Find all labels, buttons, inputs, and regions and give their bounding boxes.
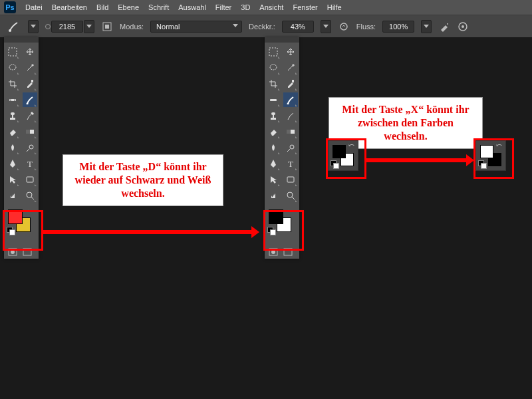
menu-bild[interactable]: Bild (96, 3, 108, 11)
svg-rect-38 (287, 177, 294, 182)
svg-point-8 (9, 65, 16, 70)
svg-point-39 (287, 192, 293, 198)
brush-preview-icon (45, 24, 51, 29)
gradient-tool[interactable] (23, 124, 37, 139)
svg-rect-21 (27, 177, 33, 182)
menu-hilfe[interactable]: Hilfe (327, 3, 342, 11)
eyedropper-tool[interactable] (23, 76, 37, 91)
svg-point-12 (14, 100, 15, 101)
healing-tool[interactable] (266, 92, 281, 107)
brush-size-value[interactable]: 2185 (51, 21, 83, 33)
svg-rect-26 (269, 48, 277, 56)
highlight-box (263, 210, 304, 251)
flow-label: Fluss: (356, 23, 376, 31)
menu-3d[interactable]: 3D (241, 3, 250, 11)
svg-rect-7 (9, 48, 17, 56)
stamp-tool[interactable] (5, 108, 20, 123)
menu-bar: Ps Datei Bearbeiten Bild Ebene Schrift A… (0, 0, 532, 15)
highlight-box (3, 210, 43, 251)
stamp-tool[interactable] (266, 108, 281, 123)
lasso-tool[interactable] (5, 61, 20, 75)
panel-grip[interactable] (4, 37, 39, 43)
opacity-dropdown[interactable] (321, 20, 331, 33)
gradient-tool[interactable] (283, 124, 298, 139)
menu-datei[interactable]: Datei (25, 3, 43, 11)
pressure-size-icon[interactable] (457, 21, 469, 33)
svg-rect-18 (26, 130, 30, 134)
blur-tool[interactable] (5, 140, 20, 155)
crop-tool[interactable] (266, 76, 281, 91)
flow-dropdown[interactable] (421, 20, 432, 33)
options-bar: 2185 Modus: Normal Deckkr.: 43% Fluss: 1… (0, 15, 532, 39)
svg-rect-9 (31, 80, 33, 82)
eraser-tool[interactable] (266, 124, 281, 139)
svg-rect-2 (105, 25, 109, 29)
svg-point-36 (290, 145, 294, 149)
highlight-box (326, 138, 366, 179)
shape-tool[interactable] (283, 172, 298, 187)
brush-tool[interactable] (23, 92, 37, 107)
magic-wand-tool[interactable] (23, 61, 37, 75)
path-select-tool[interactable] (5, 172, 20, 187)
brush-tool-icon[interactable] (7, 19, 21, 34)
menu-auswahl[interactable]: Auswahl (178, 3, 206, 11)
arrow-d (41, 230, 251, 234)
type-tool[interactable]: T (283, 156, 298, 171)
brush-panel-toggle-icon[interactable] (101, 21, 113, 33)
hand-tool[interactable] (5, 188, 20, 203)
brush-tool[interactable] (283, 92, 298, 107)
menu-schrift[interactable]: Schrift (148, 3, 169, 11)
menu-fenster[interactable]: Fenster (293, 3, 317, 11)
callout-d-key: Mit der Taste „D“ könnt ihr wieder auf S… (63, 154, 223, 206)
marquee-tool[interactable] (5, 45, 20, 59)
pressure-opacity-icon[interactable] (338, 21, 350, 33)
svg-rect-16 (11, 112, 15, 115)
eyedropper-tool[interactable] (283, 76, 298, 91)
svg-point-27 (270, 65, 277, 70)
brush-panel-dropdown[interactable] (84, 20, 94, 33)
history-brush-tool[interactable] (283, 108, 298, 123)
path-select-tool[interactable] (266, 172, 281, 187)
crop-tool[interactable] (5, 76, 20, 91)
marquee-tool[interactable] (266, 45, 281, 59)
svg-rect-14 (10, 118, 15, 120)
mode-label: Modus: (120, 23, 144, 31)
flow-value[interactable]: 100% (382, 21, 414, 33)
svg-text:T: T (27, 159, 33, 168)
svg-point-4 (447, 23, 448, 25)
zoom-tool[interactable] (23, 188, 37, 203)
zoom-tool[interactable] (283, 188, 298, 203)
svg-rect-33 (271, 112, 275, 115)
tool-preset-dropdown[interactable] (28, 20, 39, 33)
magic-wand-tool[interactable] (283, 61, 298, 75)
move-tool[interactable] (23, 45, 37, 59)
menu-ebene[interactable]: Ebene (118, 3, 139, 11)
svg-point-0 (9, 29, 11, 32)
svg-point-11 (10, 100, 11, 101)
lasso-tool[interactable] (266, 61, 281, 75)
arrow-x (366, 158, 466, 162)
blur-tool[interactable] (266, 140, 281, 155)
pen-tool[interactable] (266, 156, 281, 171)
history-brush-tool[interactable] (23, 108, 37, 123)
menu-ansicht[interactable]: Ansicht (259, 3, 283, 11)
menu-bearbeiten[interactable]: Bearbeiten (52, 3, 87, 11)
panel-grip[interactable] (265, 37, 299, 43)
dodge-tool[interactable] (23, 140, 37, 155)
shape-tool[interactable] (23, 172, 37, 187)
opacity-value[interactable]: 43% (282, 21, 314, 33)
type-tool[interactable]: T (23, 156, 37, 171)
blend-mode-select[interactable]: Normal (150, 21, 242, 33)
move-tool[interactable] (283, 45, 298, 59)
airbrush-icon[interactable] (438, 21, 450, 33)
pen-tool[interactable] (5, 156, 20, 171)
healing-tool[interactable] (5, 92, 20, 107)
canvas-area: T ⤺ (0, 37, 532, 399)
menu-filter[interactable]: Filter (215, 3, 231, 11)
eraser-tool[interactable] (5, 124, 20, 139)
opacity-label: Deckkr.: (249, 23, 275, 31)
dodge-tool[interactable] (283, 140, 298, 155)
hand-tool[interactable] (266, 188, 281, 203)
svg-point-19 (29, 145, 33, 149)
svg-text:T: T (288, 159, 293, 168)
